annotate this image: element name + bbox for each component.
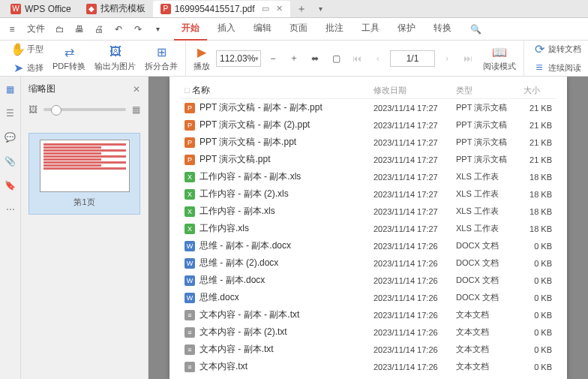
file-size: 18 KB: [519, 203, 556, 220]
restore-icon[interactable]: ▭: [262, 4, 269, 14]
file-menu[interactable]: 文件: [22, 23, 50, 35]
col-size: 大小: [519, 83, 556, 99]
app-home-label: WPS Office: [25, 4, 71, 14]
comments-rail-icon[interactable]: 💬: [4, 131, 17, 144]
ppt-file-icon: P: [184, 120, 195, 131]
file-size: 21 KB: [519, 134, 556, 151]
file-type: PPT 演示文稿: [452, 116, 519, 134]
file-date: 2023/11/14 17:27: [369, 220, 452, 237]
pdf-icon: P: [160, 4, 171, 14]
prev-page-icon[interactable]: ‹: [369, 50, 387, 68]
file-date: 2023/11/14 17:26: [369, 289, 452, 306]
zoom-in-icon[interactable]: ＋: [285, 50, 303, 68]
thumb-grid-icon[interactable]: ▦: [132, 104, 140, 115]
tab-tools[interactable]: 工具: [354, 17, 387, 41]
file-date: 2023/11/14 17:27: [369, 203, 452, 220]
menu-hamburger-icon[interactable]: ≡: [3, 20, 21, 38]
file-name: PPT 演示文稿 - 副本 - 副本.ppt: [200, 101, 322, 114]
file-size: 0 KB: [519, 341, 556, 358]
file-type: DOCX 文档: [452, 289, 519, 306]
close-tab-icon[interactable]: ✕: [276, 4, 283, 14]
side-rail: ▦ ☰ 💬 📎 🔖 ⋯: [0, 77, 21, 379]
zoom-out-icon[interactable]: −: [264, 50, 282, 68]
attach-rail-icon[interactable]: 📎: [4, 155, 17, 168]
thumbnail-page-label: 第1页: [74, 197, 94, 208]
xls-file-icon: X: [184, 172, 195, 182]
search-icon[interactable]: 🔍: [466, 20, 484, 38]
first-page-icon[interactable]: ⏮: [348, 50, 366, 68]
continuous-read-button[interactable]: ≡连续阅读: [529, 59, 584, 77]
thumbnail-item[interactable]: 第1页: [28, 133, 140, 215]
redo-icon[interactable]: ↷: [129, 20, 147, 38]
menu-bar: ≡ 文件 🗀 🖶 🖨 ↶ ↷ ▾ 开始 插入 编辑 页面 批注 工具 保护 转换…: [0, 18, 588, 41]
thumbnail-panel: 缩略图 ✕ 🖼 ▦ 第1页: [21, 77, 148, 379]
file-type: PPT 演示文稿: [452, 134, 519, 151]
document-tab[interactable]: P 1699954415517.pdf ▭ ✕: [153, 1, 290, 17]
play-icon: ▶: [194, 44, 209, 59]
zoom-input[interactable]: 112.03%▾: [216, 50, 261, 67]
file-name: PPT 演示文稿 - 副本.ppt: [200, 136, 296, 149]
tab-menu-button[interactable]: ▾: [313, 5, 328, 13]
hand-icon: ✋: [10, 41, 26, 56]
file-type: DOCX 文档: [452, 272, 519, 289]
thumbnails-rail-icon[interactable]: ▦: [4, 83, 17, 96]
file-size: 21 KB: [519, 151, 556, 168]
chevron-down-icon: ▾: [255, 55, 259, 62]
thumbnail-zoom-slider[interactable]: [44, 108, 126, 111]
col-name-partial: □ 名称: [180, 83, 369, 99]
undo-icon[interactable]: ↶: [110, 20, 128, 38]
pdf-page: □ 名称 修改日期 类型 大小 PPPT 演示文稿 - 副本 - 副本.ppt2…: [170, 77, 567, 379]
fit-page-icon[interactable]: ▢: [327, 50, 345, 68]
file-date: 2023/11/14 17:26: [369, 358, 452, 375]
export-image-button[interactable]: 🖼输出为图片: [92, 43, 139, 74]
last-page-icon[interactable]: ⏭: [459, 50, 477, 68]
read-mode-button[interactable]: 📖阅读模式: [480, 43, 519, 74]
tab-annotate[interactable]: 批注: [318, 17, 351, 41]
play-button[interactable]: ▶播放: [190, 43, 213, 74]
file-type: 文本文档: [452, 306, 519, 323]
hand-tool-button[interactable]: ✋手型: [8, 40, 46, 58]
file-type: XLS 工作表: [452, 220, 519, 237]
page-input[interactable]: 1/1: [390, 50, 435, 67]
fit-width-icon[interactable]: ⬌: [306, 50, 324, 68]
print-icon[interactable]: 🖨: [90, 20, 108, 38]
file-date: 2023/11/14 17:27: [369, 134, 452, 151]
open-folder-icon[interactable]: 🗀: [51, 20, 69, 38]
xls-file-icon: X: [184, 189, 195, 200]
col-date: 修改日期: [369, 83, 452, 99]
outline-rail-icon[interactable]: ☰: [4, 107, 17, 120]
tab-insert[interactable]: 插入: [210, 17, 243, 41]
file-date: 2023/11/14 17:26: [369, 272, 452, 289]
table-row: X工作内容.xls2023/11/14 17:27XLS 工作表18 KB: [180, 220, 556, 237]
file-name: PPT 演示文稿 - 副本 (2).ppt: [200, 119, 310, 131]
add-tab-button[interactable]: ＋: [290, 2, 313, 16]
app-home-tab[interactable]: W WPS Office: [3, 1, 79, 17]
split-merge-button[interactable]: ⊞拆分合并: [142, 43, 181, 74]
rotate-button[interactable]: ⟳旋转文档: [529, 40, 584, 58]
qat-dropdown-icon[interactable]: ▾: [148, 20, 166, 38]
tab-protect[interactable]: 保护: [390, 17, 423, 41]
save-icon[interactable]: 🖶: [70, 20, 88, 38]
file-type: XLS 工作表: [452, 203, 519, 220]
tab-start[interactable]: 开始: [174, 17, 207, 41]
thumb-picture-icon[interactable]: 🖼: [28, 104, 38, 115]
templates-tab[interactable]: ◆ 找稻壳模板: [79, 1, 153, 17]
tab-page[interactable]: 页面: [282, 17, 315, 41]
tab-convert[interactable]: 转换: [426, 17, 459, 41]
bookmark-rail-icon[interactable]: 🔖: [4, 179, 17, 192]
document-viewport[interactable]: □ 名称 修改日期 类型 大小 PPPT 演示文稿 - 副本 - 副本.ppt2…: [148, 77, 588, 379]
select-tool-button[interactable]: ➤选择: [8, 59, 46, 77]
next-page-icon[interactable]: ›: [438, 50, 456, 68]
pdf-convert-button[interactable]: ⇄PDF转换: [50, 43, 88, 74]
table-row: W思维 - 副本.docx2023/11/14 17:26DOCX 文档0 KB: [180, 272, 556, 289]
close-thumbnail-icon[interactable]: ✕: [133, 84, 140, 95]
table-row: PPPT 演示文稿 - 副本 (2).ppt2023/11/14 17:27PP…: [180, 116, 556, 134]
ribbon-tabs: 开始 插入 编辑 页面 批注 工具 保护 转换: [174, 17, 459, 41]
more-rail-icon[interactable]: ⋯: [4, 203, 17, 216]
templates-label: 找稻壳模板: [100, 2, 146, 15]
ppt-file-icon: P: [184, 103, 195, 113]
xls-file-icon: X: [184, 224, 195, 234]
tab-edit[interactable]: 编辑: [246, 17, 279, 41]
table-row: PPPT 演示文稿 - 副本.ppt2023/11/14 17:27PPT 演示…: [180, 134, 556, 151]
file-name: PPT 演示文稿.ppt: [200, 153, 270, 166]
